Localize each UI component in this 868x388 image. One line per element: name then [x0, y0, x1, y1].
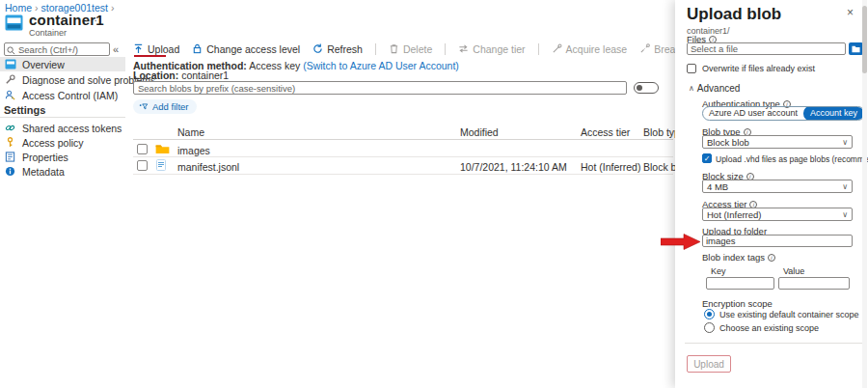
row-divider	[133, 174, 673, 175]
toolbar-divider	[538, 43, 539, 55]
show-deleted-toggle[interactable]	[634, 82, 659, 94]
refresh-icon	[312, 43, 323, 56]
encryption-scope-label: Encryption scope	[702, 298, 773, 309]
blob-prefix-search-input[interactable]	[133, 81, 627, 95]
encryption-existing-radio[interactable]	[704, 322, 715, 333]
blob-index-tags-label: Blob index tags i	[702, 252, 775, 263]
sidebar-item-label: Metadata	[22, 166, 65, 178]
search-icon	[7, 45, 15, 57]
sidebar-item-label: Access Control (IAM)	[22, 90, 118, 101]
add-filter-label: Add filter	[152, 101, 189, 112]
sidebar-item-diagnose[interactable]: Diagnose and solve problems	[0, 72, 125, 87]
tags-key-header: Key	[711, 266, 726, 276]
change-access-level-button[interactable]: Change access level	[192, 43, 300, 56]
key-icon	[5, 137, 16, 149]
break-lease-icon	[639, 43, 650, 56]
toolbar-divider	[445, 43, 446, 55]
add-filter-icon	[139, 101, 149, 113]
panel-scrollbar[interactable]	[862, 0, 867, 388]
sidebar-item-access-control[interactable]: Access Control (IAM)	[0, 88, 125, 102]
info-icon: i	[768, 254, 775, 262]
tag-value-input[interactable]	[778, 277, 850, 290]
upload-underline-annotation	[134, 55, 166, 57]
folder-icon	[852, 45, 860, 53]
toolbar-label: Change tier	[473, 43, 525, 55]
sidebar-collapse-button[interactable]: «	[113, 43, 119, 55]
iam-icon	[5, 90, 16, 101]
blob-type-value: Block blob	[707, 137, 749, 148]
location-value: container1	[181, 69, 229, 81]
browse-files-button[interactable]	[849, 42, 863, 55]
location-line: Location: container1	[133, 69, 229, 81]
file-icon	[156, 159, 166, 173]
blob-type-select[interactable]: Block blob ∨	[702, 135, 853, 149]
sidebar-section-settings: Settings	[4, 104, 45, 116]
encryption-default-label: Use existing default container scope	[719, 310, 859, 319]
upload-button[interactable]: Upload	[133, 43, 179, 56]
folder-icon	[155, 144, 170, 156]
access-tier-select[interactable]: Hot (Inferred) ∨	[702, 208, 853, 221]
sidebar-item-overview[interactable]: Overview	[0, 57, 125, 71]
table-header-divider	[133, 139, 673, 140]
advanced-accordion[interactable]: ∧ Advanced	[689, 83, 740, 94]
change-tier-button[interactable]: Change tier	[458, 43, 525, 56]
block-size-select[interactable]: 4 MB ∨	[702, 180, 853, 193]
delete-button[interactable]: Delete	[389, 43, 432, 56]
overwrite-label: Overwrite if files already exist	[702, 64, 815, 73]
upload-icon	[133, 43, 144, 56]
upload-blob-panel: Upload blob × container1/ Files i Overwr…	[675, 0, 868, 388]
chevron-up-icon: ∧	[689, 84, 694, 93]
container-icon	[5, 14, 23, 33]
location-label: Location:	[133, 69, 178, 81]
blob-name[interactable]: manifest.jsonl	[177, 161, 239, 173]
sidebar-item-label: Shared access tokens	[22, 123, 122, 134]
column-header-modified[interactable]: Modified	[460, 126, 499, 138]
token-icon	[5, 123, 16, 134]
sidebar-item-metadata[interactable]: Metadata	[0, 164, 125, 179]
column-header-access-tier[interactable]: Access tier	[581, 126, 630, 138]
panel-divider	[685, 343, 863, 344]
column-header-name[interactable]: Name	[177, 126, 204, 138]
row-checkbox[interactable]	[137, 160, 148, 171]
acquire-lease-icon	[552, 43, 562, 56]
overwrite-checkbox[interactable]	[687, 64, 696, 73]
file-select-input[interactable]	[687, 42, 846, 55]
breadcrumb-separator: ›	[111, 2, 115, 14]
blob-access-tier: Hot (Inferred)	[581, 161, 640, 173]
refresh-button[interactable]: Refresh	[312, 43, 363, 56]
panel-upload-button[interactable]: Upload	[687, 355, 731, 373]
sidebar-divider	[0, 117, 125, 118]
auth-option-account-key[interactable]: Account key	[803, 106, 864, 121]
vhd-label: Upload .vhd files as page blobs (recomme…	[716, 154, 868, 164]
toolbar-label: Upload	[148, 43, 179, 55]
add-filter-button[interactable]: Add filter	[133, 99, 197, 114]
vhd-checkbox[interactable]: ✓	[702, 153, 712, 163]
sidebar-item-label: Overview	[22, 59, 65, 70]
switch-auth-link[interactable]: (Switch to Azure AD User Account)	[303, 60, 459, 71]
azure-portal-container-page: Home›storage001test› container1 ··· Cont…	[0, 0, 868, 388]
page-subtitle: Container	[29, 28, 67, 38]
breadcrumb-home[interactable]: Home	[5, 2, 32, 14]
diagnose-icon	[5, 74, 16, 86]
sidebar-item-properties[interactable]: Properties	[0, 150, 125, 164]
metadata-info-icon	[5, 166, 16, 178]
sidebar-search-input[interactable]	[4, 42, 110, 56]
row-checkbox[interactable]	[137, 144, 148, 154]
sidebar-item-shared-access-tokens[interactable]: Shared access tokens	[0, 121, 125, 135]
chevron-down-icon: ∨	[842, 138, 848, 147]
container-icon	[5, 59, 16, 70]
upload-to-folder-input[interactable]	[702, 235, 853, 247]
sidebar-item-access-policy[interactable]: Access policy	[0, 135, 125, 150]
auth-type-pill-toggle: Azure AD user account Account key	[702, 106, 865, 121]
block-size-value: 4 MB	[707, 181, 728, 192]
tag-key-input[interactable]	[706, 277, 774, 290]
encryption-default-radio[interactable]	[704, 309, 715, 319]
close-icon[interactable]: ×	[847, 6, 854, 19]
blob-name[interactable]: images	[177, 145, 210, 156]
scrollbar-thumb[interactable]	[862, 6, 867, 73]
auth-option-azure-ad[interactable]: Azure AD user account	[703, 107, 803, 120]
acquire-lease-button[interactable]: Acquire lease	[552, 43, 628, 56]
more-menu-icon[interactable]: ···	[85, 14, 98, 26]
toolbar-label: Change access level	[206, 43, 300, 55]
toolbar-label: Acquire lease	[566, 43, 628, 55]
